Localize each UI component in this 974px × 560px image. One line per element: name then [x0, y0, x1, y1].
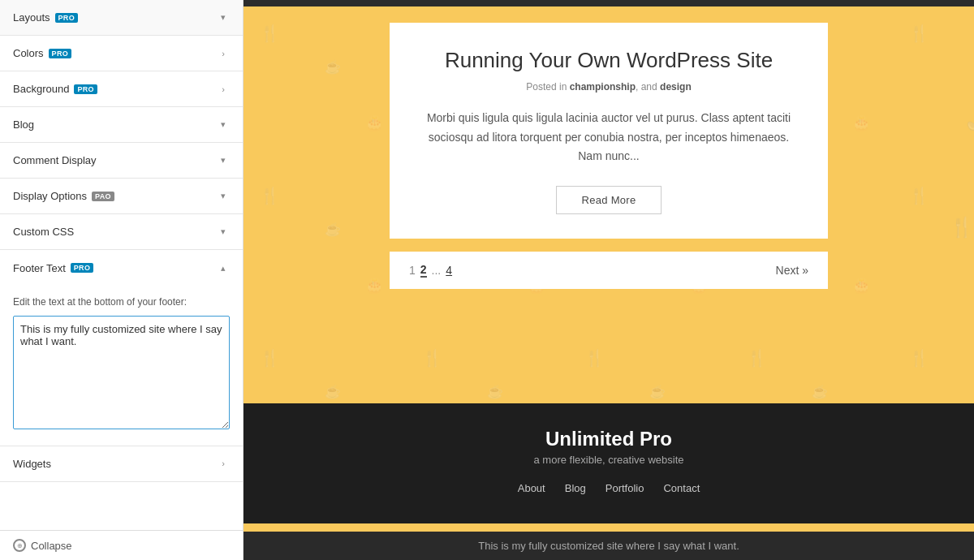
footer-text-pro-badge: PRO	[71, 263, 93, 273]
display-options-pao-badge: PaO	[92, 192, 114, 201]
colors-chevron-right-icon: ›	[217, 49, 230, 58]
footer-text-description: Edit the text at the bottom of your foot…	[13, 295, 230, 309]
footer-custom-text: This is my fully customized site where I…	[478, 540, 739, 552]
widgets-label: Widgets	[13, 458, 51, 470]
sidebar-item-blog[interactable]: Blog ▾	[0, 107, 243, 143]
footer-text-label: Footer Text	[13, 262, 66, 274]
layouts-chevron-down-icon: ▾	[217, 12, 230, 23]
post-meta-link-design[interactable]: design	[660, 81, 692, 93]
sidebar-item-footer-text: Footer Text PRO ▴ Edit the text at the b…	[0, 250, 243, 446]
background-label: Background	[13, 83, 69, 95]
comment-display-label: Comment Display	[13, 154, 97, 166]
customizer-sidebar: Layouts PRO ▾ Colors PRO › Background PR…	[0, 0, 244, 560]
page-1[interactable]: 1	[409, 264, 416, 277]
pagination-bar: 1 2 ... 4 Next »	[390, 252, 828, 289]
post-card: Running Your Own WordPress Site Posted i…	[390, 23, 828, 239]
post-excerpt: Morbi quis ligula quis ligula lacinia au…	[422, 109, 795, 166]
sidebar-item-widgets[interactable]: Widgets ›	[0, 446, 243, 482]
colors-label: Colors	[13, 47, 44, 59]
footer-nav: About Blog Portfolio Contact	[260, 482, 958, 494]
background-chevron-right-icon: ›	[217, 84, 230, 94]
display-options-label: Display Options	[13, 190, 87, 202]
footer-nav-contact[interactable]: Contact	[663, 482, 700, 494]
footer-nav-blog[interactable]: Blog	[565, 482, 586, 494]
sidebar-item-background[interactable]: Background PRO ›	[0, 71, 243, 107]
page-4[interactable]: 4	[446, 264, 452, 277]
sidebar-item-display-options[interactable]: Display Options PaO ▾	[0, 179, 243, 214]
layouts-pro-badge: PRO	[55, 13, 78, 23]
collapse-label: Collapse	[31, 540, 72, 552]
collapse-circle-icon: ⊕	[13, 539, 26, 552]
footer-text-textarea[interactable]	[13, 316, 230, 429]
footer-custom-text-bar: This is my fully customized site where I…	[244, 532, 974, 560]
comment-display-chevron-down-icon: ▾	[217, 155, 230, 166]
footer-nav-portfolio[interactable]: Portfolio	[606, 482, 644, 494]
post-meta: Posted in championship, and design	[422, 81, 795, 93]
page-ellipsis: ...	[432, 264, 442, 277]
site-preview: 🍴 ☕ 🔪 🥄 🍽 🍳 🫙 🧂 🍴 🥢 ☕ 🍽 Running Your Own…	[244, 0, 974, 560]
custom-css-chevron-down-icon: ▾	[217, 226, 230, 237]
preview-topbar	[244, 0, 974, 6]
post-meta-prefix: Posted in	[526, 81, 567, 93]
post-meta-and: and	[641, 81, 660, 93]
footer-text-body: Edit the text at the bottom of your foot…	[0, 286, 243, 446]
svg-text:🥄: 🥄	[966, 121, 974, 140]
read-more-button[interactable]: Read More	[556, 186, 661, 214]
background-pro-badge: PRO	[74, 84, 97, 94]
footer-nav-about[interactable]: About	[518, 482, 545, 494]
collapse-bar[interactable]: ⊕ Collapse	[0, 530, 243, 560]
footer-tagline: a more flexible, creative website	[260, 454, 958, 466]
post-meta-link-championship[interactable]: championship	[570, 81, 636, 93]
svg-text:🍴: 🍴	[950, 215, 974, 239]
display-options-chevron-down-icon: ▾	[217, 191, 230, 201]
layouts-label: Layouts	[13, 11, 50, 24]
blog-label: Blog	[13, 118, 34, 131]
page-2[interactable]: 2	[420, 263, 427, 278]
footer-site-title: Unlimited Pro	[260, 428, 958, 450]
footer-text-header[interactable]: Footer Text PRO ▴	[0, 250, 243, 286]
post-title: Running Your Own WordPress Site	[422, 47, 795, 75]
site-footer: Unlimited Pro a more flexible, creative …	[244, 403, 974, 523]
sidebar-item-layouts[interactable]: Layouts PRO ▾	[0, 0, 243, 36]
custom-css-label: Custom CSS	[13, 226, 74, 238]
preview-content-area: 🍴 ☕ 🔪 🥄 🍽 🍳 🫙 🧂 🍴 🥢 ☕ 🍽 Running Your Own…	[244, 6, 974, 403]
sidebar-item-colors[interactable]: Colors PRO ›	[0, 36, 243, 71]
pagination-numbers: 1 2 ... 4	[409, 263, 452, 278]
widgets-chevron-right-icon: ›	[217, 459, 230, 468]
colors-pro-badge: PRO	[49, 49, 71, 58]
footer-text-chevron-up-icon: ▴	[217, 263, 230, 274]
sidebar-item-custom-css[interactable]: Custom CSS ▾	[0, 214, 243, 250]
blog-chevron-down-icon: ▾	[217, 119, 230, 130]
pagination-next[interactable]: Next »	[776, 264, 808, 277]
sidebar-item-comment-display[interactable]: Comment Display ▾	[0, 143, 243, 179]
